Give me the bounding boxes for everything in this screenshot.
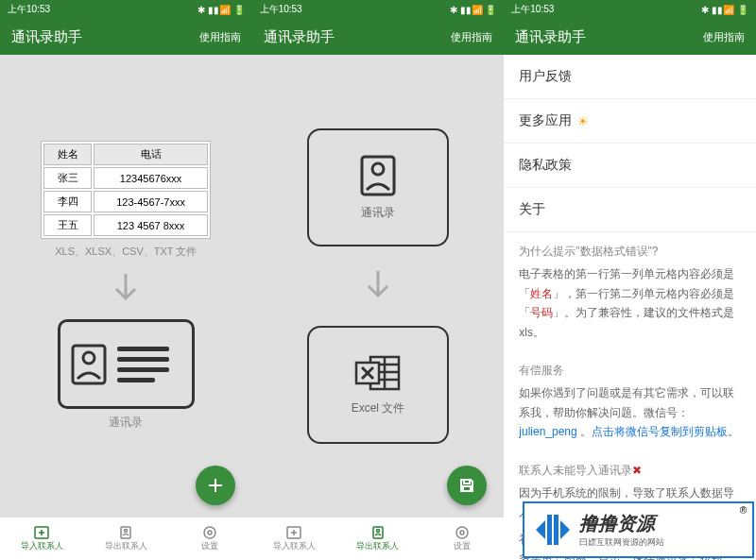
watermark: 撸撸资源 曰嫖互联网资源的网站 ®	[523, 501, 754, 558]
nav-settings-label: 设置	[201, 540, 218, 552]
nav-settings[interactable]: 设置	[420, 518, 504, 560]
faq-body: 电子表格的第一行第一列单元格内容必须是「姓名」，第一行第二列单元格内容必须是「号…	[519, 264, 741, 342]
app-bar: 通讯录助手 使用指南	[504, 19, 756, 55]
faq-body: 如果你遇到了问题或是有其它需求，可以联系我，帮助你解决问题。微信号：julien…	[519, 383, 741, 441]
watermark-logo-icon	[534, 511, 572, 549]
svg-point-5	[208, 531, 212, 535]
svg-point-14	[460, 531, 464, 535]
wechat-id[interactable]: julien_peng	[519, 425, 576, 438]
import-content: 姓名 电话 张三12345676xxx 李四123-4567-7xxx 王五12…	[0, 55, 252, 517]
status-bar: 上午10:53 ✱ ▮▮📶 🔋	[252, 0, 505, 19]
app-title: 通讯录助手	[11, 28, 82, 46]
status-bar: 上午10:53 ✱ ▮▮📶 🔋	[504, 0, 756, 19]
file-types-label: XLS、XLSX、CSV、TXT 文件	[55, 245, 197, 259]
status-time: 上午10:53	[8, 3, 50, 16]
status-time: 上午10:53	[260, 3, 302, 16]
excel-box: Excel 文件	[307, 326, 449, 444]
table-row: 李四123-4567-7xxx	[43, 191, 208, 212]
svg-point-15	[456, 527, 468, 538]
app-title: 通讯录助手	[264, 28, 335, 46]
screen-import: 上午10:53 ✱ ▮▮📶 🔋 通讯录助手 使用指南 姓名 电话 张三12345…	[0, 0, 252, 560]
bottom-nav: 导入联系人 导出联系人 设置	[0, 517, 252, 560]
contact-lines	[117, 347, 169, 382]
svg-point-1	[83, 352, 94, 364]
settings-more-apps[interactable]: 更多应用☀	[504, 99, 756, 144]
bottom-nav: 导入联系人 导出联系人 设置	[252, 517, 505, 560]
settings-content[interactable]: 用户反馈 更多应用☀ 隐私政策 关于 为什么提示"数据格式错误"? 电子表格的第…	[504, 55, 756, 560]
settings-privacy[interactable]: 隐私政策	[504, 144, 756, 188]
arrow-down-icon	[365, 269, 391, 303]
contacts-label: 通讯录	[109, 415, 143, 431]
excel-label: Excel 文件	[352, 400, 405, 416]
guide-button[interactable]: 使用指南	[451, 30, 492, 44]
app-title: 通讯录助手	[515, 28, 586, 46]
nav-import[interactable]: 导入联系人	[252, 518, 336, 560]
nav-export-label: 导出联系人	[356, 540, 399, 552]
add-fab[interactable]	[196, 466, 235, 505]
nav-export-label: 导出联系人	[105, 540, 147, 552]
screen-settings: 上午10:53 ✱ ▮▮📶 🔋 通讯录助手 使用指南 用户反馈 更多应用☀ 隐私…	[504, 0, 756, 560]
export-content: 通讯录 Excel 文件	[252, 55, 505, 517]
sun-icon: ☀	[577, 114, 589, 128]
settings-feedback[interactable]: 用户反馈	[504, 55, 756, 99]
nav-export[interactable]: 导出联系人	[84, 518, 168, 560]
contacts-label: 通讯录	[361, 205, 395, 221]
sample-table: 姓名 电话 张三12345676xxx 李四123-4567-7xxx 王五12…	[41, 141, 211, 239]
svg-point-4	[125, 529, 128, 532]
contacts-box: 通讯录	[307, 128, 449, 246]
table-row: 张三12345676xxx	[43, 167, 208, 189]
watermark-subtitle: 曰嫖互联网资源的网站	[579, 536, 664, 549]
arrow-down-icon	[112, 272, 139, 306]
save-fab[interactable]	[447, 466, 487, 505]
settings-about[interactable]: 关于	[504, 188, 756, 232]
faq-title: 有偿服务	[519, 361, 741, 380]
faq-data-format: 为什么提示"数据格式错误"? 电子表格的第一行第一列单元格内容必须是「姓名」，第…	[504, 232, 756, 351]
svg-point-6	[204, 527, 215, 538]
cross-icon: ✖	[632, 464, 642, 477]
faq-title: 为什么提示"数据格式错误"?	[519, 242, 741, 261]
nav-settings-label: 设置	[454, 540, 471, 552]
faq-paid-service: 有偿服务 如果你遇到了问题或是有其它需求，可以联系我，帮助你解决问题。微信号：j…	[504, 351, 756, 451]
faq-title: 联系人未能导入通讯录✖	[519, 461, 741, 480]
nav-settings[interactable]: 设置	[168, 518, 252, 560]
table-header-name: 姓名	[43, 144, 91, 165]
status-icons: ✱ ▮▮📶 🔋	[198, 5, 245, 15]
table-row: 王五123 4567 8xxx	[43, 214, 208, 236]
guide-button[interactable]: 使用指南	[199, 30, 241, 44]
status-icons: ✱ ▮▮📶 🔋	[701, 5, 748, 15]
nav-import-label: 导入联系人	[273, 540, 316, 552]
guide-button[interactable]: 使用指南	[703, 30, 745, 44]
svg-point-8	[372, 163, 384, 175]
status-bar: 上午10:53 ✱ ▮▮📶 🔋	[0, 0, 252, 19]
svg-point-13	[376, 529, 379, 532]
app-bar: 通讯录助手 使用指南	[0, 19, 252, 55]
nav-import[interactable]: 导入联系人	[0, 518, 84, 560]
watermark-title: 撸撸资源	[579, 511, 664, 536]
copy-wechat-link[interactable]: 点击将微信号复制到剪贴板	[592, 425, 728, 438]
screen-export: 上午10:53 ✱ ▮▮📶 🔋 通讯录助手 使用指南 通讯录 Excel 文件 …	[252, 0, 505, 560]
svg-rect-17	[554, 515, 558, 545]
nav-import-label: 导入联系人	[21, 540, 63, 552]
app-bar: 通讯录助手 使用指南	[252, 19, 505, 55]
table-header-phone: 电话	[94, 144, 209, 165]
contacts-card-icon	[58, 319, 195, 409]
registered-icon: ®	[740, 505, 747, 516]
nav-export[interactable]: 导出联系人	[336, 518, 421, 560]
svg-rect-16	[547, 515, 552, 545]
status-icons: ✱ ▮▮📶 🔋	[450, 5, 497, 15]
status-time: 上午10:53	[511, 3, 554, 16]
